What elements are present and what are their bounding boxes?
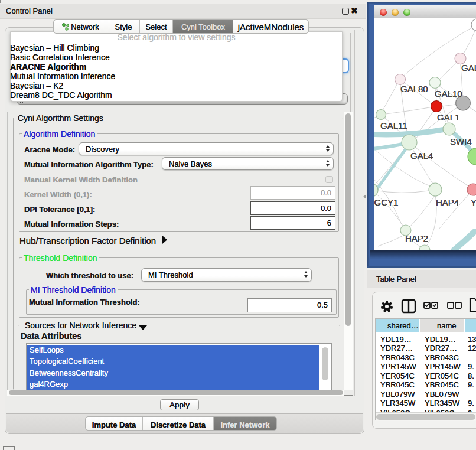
svg-text:GAL10: GAL10 bbox=[435, 89, 462, 99]
svg-text:GCY1: GCY1 bbox=[374, 197, 399, 207]
svg-text:Y: Y bbox=[471, 197, 476, 207]
svg-text:GAL80: GAL80 bbox=[400, 84, 428, 94]
svg-text:GAL11: GAL11 bbox=[380, 120, 407, 131]
svg-text:GAL4: GAL4 bbox=[410, 151, 433, 161]
svg-text:HAP2: HAP2 bbox=[405, 233, 428, 243]
svg-text:SWI4: SWI4 bbox=[450, 136, 472, 146]
svg-text:HAP4: HAP4 bbox=[436, 197, 459, 207]
svg-text:GAL: GAL bbox=[461, 63, 476, 73]
svg-text:GAL1: GAL1 bbox=[437, 112, 459, 122]
